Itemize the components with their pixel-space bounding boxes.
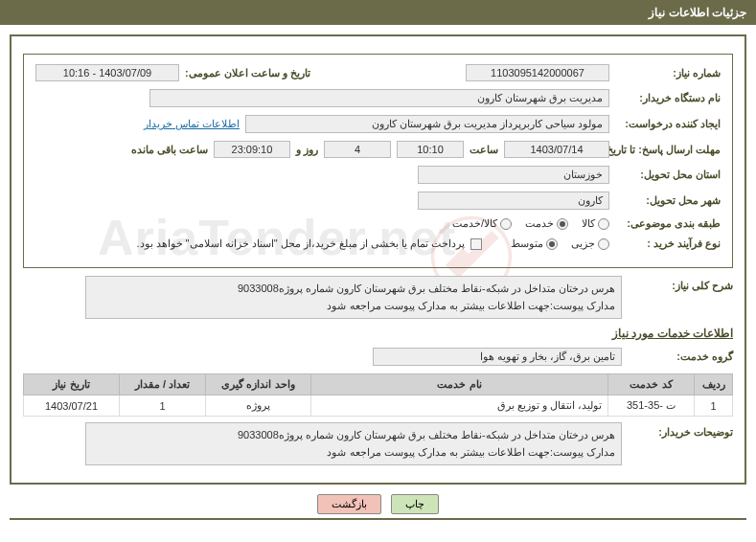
deadline-hours: 23:09:10 xyxy=(214,141,290,158)
treasury-checkbox[interactable] xyxy=(470,238,482,250)
deadline-days: 4 xyxy=(324,141,391,158)
deadline-date: 1403/07/14 xyxy=(504,141,609,158)
purchase-type-radio-group: جزیی متوسط xyxy=(511,237,609,250)
deadline-days-label: روز و xyxy=(296,144,318,156)
deadline-label: مهلت ارسال پاسخ: تا تاریخ: xyxy=(615,144,721,156)
th-index: ردیف xyxy=(695,374,733,395)
announce-date-label: تاریخ و ساعت اعلان عمومی: xyxy=(185,67,310,79)
category-option-goods[interactable]: کالا xyxy=(582,217,609,230)
th-unit: واحد اندازه گیری xyxy=(206,374,311,395)
deadline-remain-label: ساعت باقی مانده xyxy=(131,144,208,156)
treasury-note: پرداخت تمام یا بخشی از مبلغ خرید،از محل … xyxy=(136,237,465,250)
cell-code: ت -35-351 xyxy=(608,395,695,417)
need-number-value: 1103095142000067 xyxy=(466,64,609,81)
requester-value: مولود سیاحی کاربرپرداز مدیریت برق شهرستا… xyxy=(245,115,609,133)
table-row: 1 ت -35-351 تولید، انتقال و توزیع برق پر… xyxy=(24,395,733,417)
buyer-org-value: مدیریت برق شهرستان کارون xyxy=(149,89,609,107)
category-option-label: کالا xyxy=(582,217,595,230)
print-button[interactable]: چاپ xyxy=(391,494,439,514)
province-value: خوزستان xyxy=(418,166,609,184)
cell-date: 1403/07/21 xyxy=(24,395,120,417)
service-info-heading: اطلاعات خدمات مورد نیاز xyxy=(23,327,733,340)
radio-icon xyxy=(500,218,512,230)
cell-index: 1 xyxy=(695,395,733,417)
city-label: شهر محل تحویل: xyxy=(615,194,721,207)
buyer-notes-label: توضیحات خریدار: xyxy=(628,422,733,439)
need-number-label: شماره نیاز: xyxy=(615,67,721,79)
purchase-option-label: جزیی xyxy=(571,237,595,250)
city-value: کارون xyxy=(418,192,609,210)
category-option-label: کالا/خدمت xyxy=(452,217,497,230)
buyer-org-label: نام دستگاه خریدار: xyxy=(615,92,721,104)
service-group-label: گروه خدمت: xyxy=(628,350,733,363)
deadline-time-label: ساعت xyxy=(470,144,498,156)
page-title: جزئیات اطلاعات نیاز xyxy=(0,0,756,25)
province-label: استان محل تحویل: xyxy=(615,169,721,181)
category-label: طبقه بندی موضوعی: xyxy=(615,217,721,230)
cell-name: تولید، انتقال و توزیع برق xyxy=(311,395,608,417)
deadline-time: 10:10 xyxy=(397,141,464,158)
category-radio-group: کالا خدمت کالا/خدمت xyxy=(452,217,609,230)
bottom-divider xyxy=(10,518,746,520)
back-button[interactable]: بازگشت xyxy=(317,494,381,514)
cell-unit: پروژه xyxy=(206,395,311,417)
services-table: ردیف کد خدمت نام خدمت واحد اندازه گیری ت… xyxy=(23,373,733,417)
purchase-type-label: نوع فرآیند خرید : xyxy=(615,237,721,250)
description-label: شرح کلی نیاز: xyxy=(628,276,733,292)
action-buttons: چاپ بازگشت xyxy=(0,494,756,514)
radio-icon xyxy=(598,238,609,250)
purchase-option-medium[interactable]: متوسط xyxy=(511,237,558,250)
th-qty: تعداد / مقدار xyxy=(120,374,206,395)
buyer-notes-value: هرس درختان متداخل در شبکه-نقاط مختلف برق… xyxy=(85,422,622,465)
category-option-label: خدمت xyxy=(525,217,554,230)
service-group-value: تامین برق، گاز، بخار و تهویه هوا xyxy=(373,348,622,366)
top-fields-section: شماره نیاز: 1103095142000067 تاریخ و ساع… xyxy=(23,54,733,268)
contact-info-link[interactable]: اطلاعات تماس خریدار xyxy=(144,118,240,130)
radio-icon xyxy=(546,238,558,250)
category-option-both[interactable]: کالا/خدمت xyxy=(452,217,512,230)
cell-qty: 1 xyxy=(120,395,206,417)
table-header-row: ردیف کد خدمت نام خدمت واحد اندازه گیری ت… xyxy=(24,374,733,395)
th-date: تاریخ نیاز xyxy=(24,374,120,395)
requester-label: ایجاد کننده درخواست: xyxy=(615,118,721,130)
description-value: هرس درختان متداخل در شبکه-نقاط مختلف برق… xyxy=(85,276,622,319)
th-code: کد خدمت xyxy=(608,374,695,395)
main-panel: AriaTender.net شماره نیاز: 1103095142000… xyxy=(10,34,746,485)
purchase-option-label: متوسط xyxy=(511,237,543,250)
announce-date-value: 1403/07/09 - 10:16 xyxy=(35,64,179,81)
radio-icon xyxy=(557,218,568,230)
purchase-option-minor[interactable]: جزیی xyxy=(571,237,609,250)
category-option-service[interactable]: خدمت xyxy=(525,217,568,230)
th-name: نام خدمت xyxy=(311,374,608,395)
radio-icon xyxy=(598,218,609,230)
